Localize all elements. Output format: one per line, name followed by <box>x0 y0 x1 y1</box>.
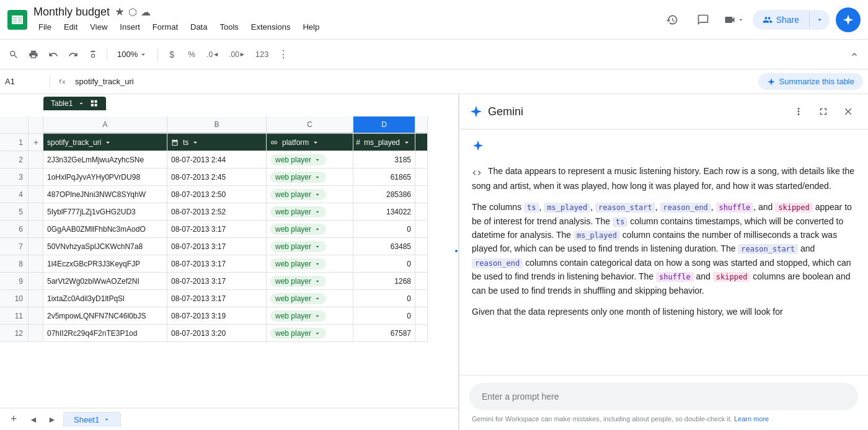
cell-a-8[interactable]: 1l4EczxGBcPR3J3KeyqFJP <box>43 255 167 273</box>
cell-d-5[interactable]: 134022 <box>353 203 415 221</box>
sheet-table[interactable]: Table1 A B C D 1 <box>0 94 458 408</box>
cell-d-4[interactable]: 285386 <box>353 186 415 203</box>
header-cell-a[interactable]: spotify_track_uri <box>43 134 167 151</box>
format-number-btn[interactable]: 123 <box>252 46 273 63</box>
cell-c-3[interactable]: web player <box>267 169 353 186</box>
row-num-2[interactable]: 2 <box>0 151 29 169</box>
cell-c-10[interactable]: web player <box>267 290 353 307</box>
menu-format[interactable]: Format <box>148 20 183 34</box>
chat-icon-btn[interactable] <box>691 7 715 32</box>
cell-b-8[interactable]: 08-07-2013 3:17 <box>167 255 267 273</box>
cell-d-8[interactable]: 0 <box>353 255 415 273</box>
video-icon-btn[interactable] <box>722 7 746 32</box>
row-num-10[interactable]: 10 <box>0 290 29 307</box>
cell-c-4[interactable]: web player <box>267 186 353 203</box>
cell-b-11[interactable]: 08-07-2013 3:19 <box>167 307 267 325</box>
cell-a-3[interactable]: 1oHxlPqJyvAYHy0PVrDU98 <box>43 169 167 186</box>
cell-a-11[interactable]: 2v5mpowLQNFN7NC46l0bJS <box>43 307 167 325</box>
platform-chip-8[interactable]: web player <box>270 258 326 270</box>
currency-btn[interactable]: $ <box>163 46 180 63</box>
zoom-control[interactable]: 100% <box>112 46 153 63</box>
menu-tools[interactable]: Tools <box>215 20 243 34</box>
row-num-3[interactable]: 3 <box>0 169 29 186</box>
share-button[interactable]: Gemini Share <box>753 10 809 30</box>
platform-chip-5[interactable]: web player <box>270 206 326 217</box>
col-header-c[interactable]: C <box>267 116 353 134</box>
menu-view[interactable]: View <box>85 20 112 34</box>
sheet-scroll-left[interactable]: ◄ <box>25 411 42 428</box>
row-num-6[interactable]: 6 <box>0 221 29 238</box>
sheet1-tab[interactable]: Sheet1 <box>63 412 121 427</box>
platform-chip-4[interactable]: web player <box>270 189 326 200</box>
cell-b-4[interactable]: 08-07-2013 2:50 <box>167 186 267 203</box>
cell-c-9[interactable]: web player <box>267 273 353 290</box>
platform-chip-3[interactable]: web player <box>270 172 326 183</box>
star-icon[interactable]: ★ <box>115 5 125 19</box>
col-header-b[interactable]: B <box>167 116 267 134</box>
cell-a-4[interactable]: 487OPlneJNni3NWC8SYqhW <box>43 186 167 203</box>
share-dropdown-btn[interactable] <box>810 10 830 30</box>
hide-toolbar-btn[interactable] <box>846 46 863 63</box>
menu-extensions[interactable]: Extensions <box>246 20 296 34</box>
platform-chip-12[interactable]: web player <box>270 328 326 339</box>
summarize-table-btn[interactable]: Summarize this table <box>758 73 863 90</box>
cell-b-10[interactable]: 08-07-2013 3:17 <box>167 290 267 307</box>
cell-b-12[interactable]: 08-07-2013 3:20 <box>167 325 267 342</box>
cell-b-7[interactable]: 08-07-2013 3:17 <box>167 238 267 255</box>
gemini-fab-btn[interactable] <box>836 7 861 32</box>
table-name-btn[interactable]: Table1 <box>43 97 106 110</box>
decimal-dec-btn[interactable]: .0 ◄ <box>203 46 223 63</box>
col-header-a[interactable]: A <box>43 116 167 134</box>
col-header-e[interactable] <box>415 116 428 134</box>
search-toolbar-btn[interactable] <box>5 46 22 63</box>
row-num-8[interactable]: 8 <box>0 255 29 273</box>
paint-toolbar-btn[interactable] <box>84 46 102 63</box>
header-cell-c[interactable]: platform <box>267 134 353 151</box>
cell-c-12[interactable]: web player <box>267 325 353 342</box>
row-num-7[interactable]: 7 <box>0 238 29 255</box>
cell-d-9[interactable]: 1268 <box>353 273 415 290</box>
cell-d-2[interactable]: 3185 <box>353 151 415 169</box>
cell-d-7[interactable]: 63485 <box>353 238 415 255</box>
gemini-expand-btn[interactable] <box>813 102 833 121</box>
row-num-4[interactable]: 4 <box>0 186 29 203</box>
doc-title-text[interactable]: Monthly budget <box>33 6 110 19</box>
row-num-9[interactable]: 9 <box>0 273 29 290</box>
cell-d-12[interactable]: 67587 <box>353 325 415 342</box>
decimal-inc-btn[interactable]: .00 ► <box>225 46 249 63</box>
gemini-close-btn[interactable] <box>838 102 858 121</box>
platform-chip-9[interactable]: web player <box>270 276 326 287</box>
redo-toolbar-btn[interactable] <box>64 46 82 63</box>
cell-b-9[interactable]: 08-07-2013 3:17 <box>167 273 267 290</box>
cell-c-2[interactable]: web player <box>267 151 353 169</box>
cell-a-10[interactable]: 1ixtaZc0Adil3yD1ltPqSl <box>43 290 167 307</box>
platform-chip-2[interactable]: web player <box>270 154 326 165</box>
row-num-11[interactable]: 11 <box>0 307 29 325</box>
more-formats-btn[interactable]: ⋮ <box>275 46 292 63</box>
cell-a-9[interactable]: 5arVt2Wg0zbiWwAOZef2NI <box>43 273 167 290</box>
row-num-1[interactable]: 1 <box>0 134 29 151</box>
row-num-12[interactable]: 12 <box>0 325 29 342</box>
cell-c-7[interactable]: web player <box>267 238 353 255</box>
cell-b-3[interactable]: 08-07-2013 2:45 <box>167 169 267 186</box>
platform-chip-6[interactable]: web player <box>270 224 326 235</box>
gemini-more-btn[interactable] <box>789 102 808 121</box>
cell-a-7[interactable]: 50VNvhzyaSplJCKWchN7a8 <box>43 238 167 255</box>
col-header-d[interactable]: D <box>353 116 415 134</box>
cell-c-6[interactable]: web player <box>267 221 353 238</box>
percent-btn[interactable]: % <box>183 46 200 63</box>
platform-chip-10[interactable]: web player <box>270 293 326 304</box>
menu-edit[interactable]: Edit <box>59 20 82 34</box>
cell-b-2[interactable]: 08-07-2013 2:44 <box>167 151 267 169</box>
sheet-scroll-right[interactable]: ► <box>43 411 61 428</box>
gemini-body[interactable]: The data appears to represent a music li… <box>459 129 868 375</box>
cell-d-11[interactable]: 0 <box>353 307 415 325</box>
undo-toolbar-btn[interactable] <box>45 46 62 63</box>
platform-chip-11[interactable]: web player <box>270 310 326 322</box>
cell-a-5[interactable]: 5IyblF777jLZj1vGHG2UD3 <box>43 203 167 221</box>
formula-input[interactable] <box>73 76 753 87</box>
cell-a-12[interactable]: 07hII2Rc29q4F2nTE3P1od <box>43 325 167 342</box>
add-col-1[interactable] <box>29 134 43 151</box>
menu-file[interactable]: File <box>33 20 56 34</box>
prompt-input[interactable] <box>469 383 858 410</box>
